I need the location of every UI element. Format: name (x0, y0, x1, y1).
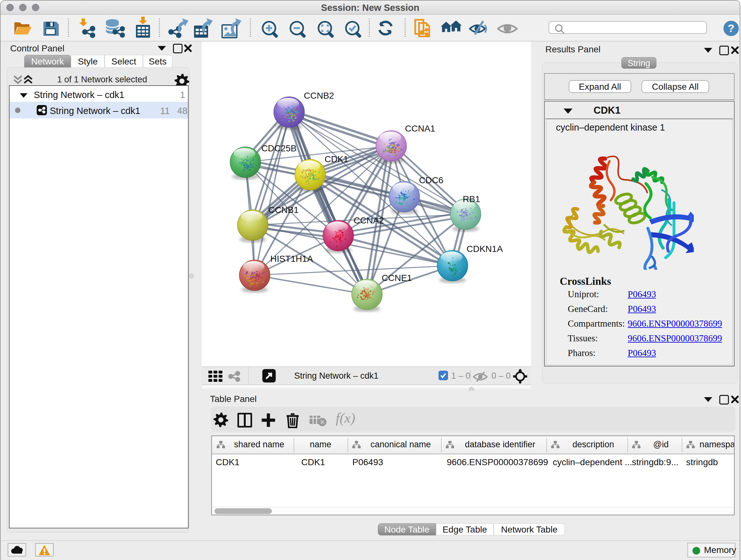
svg-text:CDC25B: CDC25B (261, 143, 296, 153)
svg-text:CCNA2: CCNA2 (354, 215, 384, 226)
svg-text:CDC6: CDC6 (419, 175, 443, 185)
svg-text:RB1: RB1 (463, 194, 480, 204)
svg-text:CCNB2: CCNB2 (304, 91, 334, 101)
svg-text:CDK1: CDK1 (325, 154, 348, 164)
svg-text:CCNB1: CCNB1 (268, 205, 299, 215)
svg-text:CDKN1A: CDKN1A (467, 244, 503, 254)
svg-text:CCNA1: CCNA1 (405, 124, 435, 133)
svg-text:?: ? (728, 22, 735, 34)
svg-text:CCNE1: CCNE1 (382, 273, 412, 283)
svg-text:HIST1H1A: HIST1H1A (270, 254, 313, 264)
